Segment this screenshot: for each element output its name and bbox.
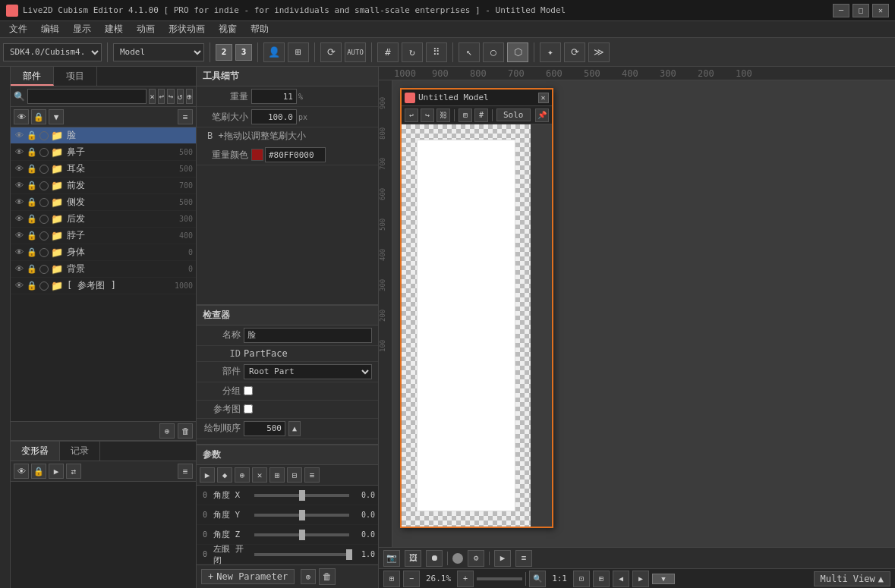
insp-group-checkbox[interactable] xyxy=(244,386,253,395)
part-item-sidehair[interactable]: 👁 🔒 📁 侧发 500 xyxy=(11,194,196,211)
sdk-version-select[interactable]: SDK4.0/Cubism4.0 xyxy=(3,43,102,61)
menu-edit[interactable]: 编辑 xyxy=(35,21,65,37)
vf-toggle-btn[interactable]: ▼ xyxy=(652,574,675,584)
parts-undo-btn[interactable]: ↩ xyxy=(158,89,165,104)
auto-icon-btn[interactable]: AUTO xyxy=(345,42,366,62)
maximize-button[interactable]: □ xyxy=(852,4,869,17)
param-key-btn[interactable]: ◆ xyxy=(217,467,232,483)
dots-icon-btn[interactable]: ⠿ xyxy=(426,42,447,62)
menu-file[interactable]: 文件 xyxy=(3,21,33,37)
param-grid-btn[interactable]: ⊞ xyxy=(269,467,285,483)
part-dot-backhair[interactable] xyxy=(39,215,49,224)
part-dot-ear[interactable] xyxy=(39,165,49,174)
part-item-nose[interactable]: 👁 🔒 📁 鼻子 500 xyxy=(11,144,196,161)
deform-sync-btn[interactable]: ⇄ xyxy=(66,464,81,479)
vf-fit-btn[interactable]: ⊡ xyxy=(573,571,590,587)
param-thumb-anglez[interactable] xyxy=(299,530,305,540)
new-param-button[interactable]: + New Parameter xyxy=(201,569,295,584)
grid-icon-btn[interactable]: ⊞ xyxy=(288,42,309,62)
brush-size-input[interactable] xyxy=(251,109,297,124)
part-vis-ear[interactable]: 👁 xyxy=(14,164,24,175)
param-item-anglez[interactable]: 0 角度 Z 0.0 xyxy=(197,525,378,545)
part-item-ref[interactable]: 👁 🔒 📁 [ 参考图 ] 1000 xyxy=(11,278,196,294)
cwt-hash-btn[interactable]: # xyxy=(474,108,488,122)
param-slider-lefteye[interactable] xyxy=(254,553,349,556)
param-thumb-angley[interactable] xyxy=(299,510,305,520)
vis-lock-btn[interactable]: 🔒 xyxy=(31,109,46,124)
vb-record-dot[interactable] xyxy=(452,553,463,564)
brush-icon-btn[interactable]: ⟳ xyxy=(564,42,585,62)
part-lock-fronthair[interactable]: 🔒 xyxy=(27,181,37,191)
param-slider-track-angley[interactable] xyxy=(254,514,349,517)
mesh2-icon-btn[interactable]: ⬡ xyxy=(507,42,528,62)
cwt-pin-btn[interactable]: 📌 xyxy=(535,108,549,122)
param-menu-btn[interactable]: ≡ xyxy=(304,467,320,483)
part-dot-ref[interactable] xyxy=(39,281,49,291)
draworder-spin-up[interactable]: ▲ xyxy=(288,421,301,436)
more-icon-btn[interactable]: ≫ xyxy=(588,42,610,62)
parts-search-input[interactable] xyxy=(27,89,147,104)
parts-redo-btn[interactable]: ↪ xyxy=(167,89,174,104)
part-lock-ear[interactable]: 🔒 xyxy=(27,164,37,175)
vis-expand-btn[interactable]: ▼ xyxy=(49,109,64,124)
multi-view-button[interactable]: Multi View ▲ xyxy=(814,571,890,586)
part-lock-sidehair[interactable]: 🔒 xyxy=(27,197,37,208)
part-lock-ref[interactable]: 🔒 xyxy=(27,281,37,291)
transform-icon-btn[interactable]: ⟳ xyxy=(320,42,342,62)
param-copy-btn[interactable]: ⊕ xyxy=(301,569,316,584)
part-vis-ref[interactable]: 👁 xyxy=(14,281,24,291)
part-vis-body[interactable]: 👁 xyxy=(14,247,24,258)
mesh-icon-btn[interactable]: # xyxy=(377,42,399,62)
menu-shape-animation[interactable]: 形状动画 xyxy=(162,21,211,37)
param-thumb-anglex[interactable] xyxy=(299,490,305,501)
copy-icon-btn[interactable]: ⊕ xyxy=(159,423,175,439)
part-lock-bg[interactable]: 🔒 xyxy=(27,264,37,275)
part-dot-fronthair[interactable] xyxy=(39,181,49,190)
parts-refresh-btn[interactable]: ↺ xyxy=(177,89,184,104)
tab-project[interactable]: 项目 xyxy=(54,67,97,86)
menu-window[interactable]: 视窗 xyxy=(213,21,243,37)
param-delete-btn[interactable]: ✕ xyxy=(252,467,267,483)
param-slider-angley[interactable] xyxy=(254,514,349,517)
cwt-undo-btn[interactable]: ↩ xyxy=(405,108,418,122)
vb-screenshot-btn[interactable]: 🖼 xyxy=(405,550,421,567)
part-vis-sidehair[interactable]: 👁 xyxy=(14,197,24,208)
deform-vis-eye-btn[interactable]: 👁 xyxy=(14,464,29,479)
part-item-body[interactable]: 👁 🔒 📁 身体 0 xyxy=(11,244,196,261)
eyedrop-icon-btn[interactable]: ✦ xyxy=(540,42,561,62)
deform-play-btn[interactable]: ▶ xyxy=(49,464,64,479)
vb-settings-btn[interactable]: ⚙ xyxy=(468,550,484,567)
part-dot-neck[interactable] xyxy=(39,231,49,241)
rotate-icon-btn[interactable]: ↻ xyxy=(402,42,423,62)
tab-record[interactable]: 记录 xyxy=(60,442,100,461)
circle-icon-btn[interactable]: ○ xyxy=(483,42,504,62)
part-lock-body[interactable]: 🔒 xyxy=(27,247,37,258)
part-item-fronthair[interactable]: 👁 🔒 📁 前发 700 xyxy=(11,178,196,194)
vb-camera-btn[interactable]: 📷 xyxy=(383,550,400,567)
part-dot-bg[interactable] xyxy=(39,265,49,274)
param-table-btn[interactable]: ⊟ xyxy=(287,467,302,483)
person-icon-btn[interactable]: 👤 xyxy=(263,42,285,62)
vis-eye-btn[interactable]: 👁 xyxy=(14,109,29,124)
param-item-anglex[interactable]: 0 角度 X 0.0 xyxy=(197,486,378,505)
param-slider-track-lefteye[interactable] xyxy=(254,553,349,556)
deform-lock-btn[interactable]: 🔒 xyxy=(31,464,46,479)
part-vis-bg[interactable]: 👁 xyxy=(14,264,24,275)
param-item-lefteye[interactable]: 0 左眼 开闭 1.0 xyxy=(197,545,378,564)
deform-menu-btn[interactable]: ≡ xyxy=(178,464,193,479)
vf-next-btn[interactable]: ▶ xyxy=(632,571,649,587)
cwt-grid-btn[interactable]: ⊞ xyxy=(459,108,472,122)
parts-add-btn[interactable]: × xyxy=(149,89,156,104)
part-lock-nose[interactable]: 🔒 xyxy=(27,147,37,158)
param-item-angley[interactable]: 0 角度 Y 0.0 xyxy=(197,505,378,525)
tab-parts[interactable]: 部件 xyxy=(11,67,54,86)
part-item-bg[interactable]: 👁 🔒 📁 背景 0 xyxy=(11,261,196,278)
param-thumb-lefteye[interactable] xyxy=(346,549,352,560)
part-dot-face[interactable] xyxy=(39,131,49,140)
part-vis-backhair[interactable]: 👁 xyxy=(14,214,24,225)
vb-list-btn[interactable]: ≡ xyxy=(515,550,532,567)
menu-help[interactable]: 帮助 xyxy=(244,21,275,37)
param-slider-anglex[interactable] xyxy=(254,494,349,497)
menu-animation[interactable]: 动画 xyxy=(131,21,161,37)
insp-refimage-checkbox[interactable] xyxy=(244,404,253,413)
